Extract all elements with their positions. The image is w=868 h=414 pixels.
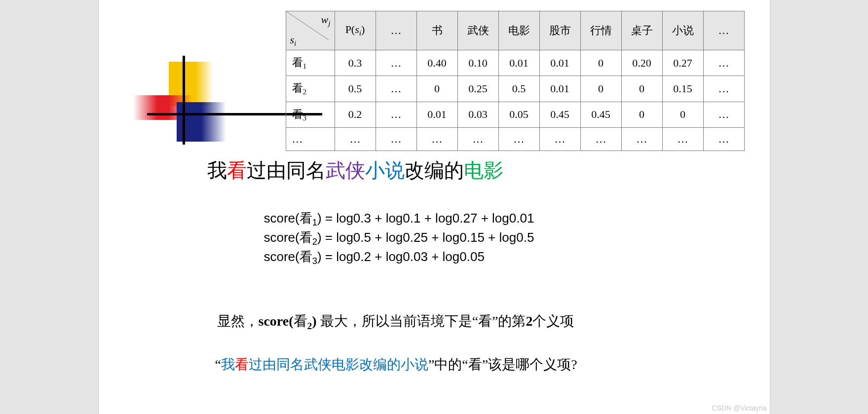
cell: 0.15 (662, 76, 703, 102)
table-row: 看2 0.5 … 0 0.25 0.5 0.01 0 0 0.15 … (286, 76, 744, 102)
cell: … (621, 128, 662, 151)
cell: 0 (621, 76, 662, 102)
cell: 0.27 (662, 50, 703, 76)
cell: 0.40 (416, 50, 457, 76)
cell: 0 (416, 76, 457, 102)
cell: … (376, 76, 416, 102)
cell: … (703, 76, 744, 102)
row-label: 看2 (286, 76, 335, 102)
sent-seg-kan: 看 (227, 159, 247, 182)
table-row: 看3 0.2 … 0.01 0.03 0.05 0.45 0.45 0 0 … (286, 102, 744, 127)
cell-p: … (335, 128, 376, 151)
header-col: 桌子 (621, 11, 662, 50)
cell: 0.25 (457, 76, 498, 102)
cell: 0.5 (498, 76, 539, 102)
header-col: 股市 (539, 11, 580, 50)
row-label: … (286, 128, 335, 151)
cell: … (703, 128, 744, 151)
cell: 0 (662, 102, 703, 127)
logo-mondrian (133, 62, 262, 151)
cell: … (703, 50, 744, 76)
cell: 0.10 (457, 50, 498, 76)
formula-row: score(看1) = log0.3 + log0.1 + log0.27 + … (264, 210, 534, 229)
cell: … (539, 128, 580, 151)
cell: … (416, 128, 457, 151)
cell: 0 (580, 76, 621, 102)
cell: 0.03 (457, 102, 498, 127)
sent-seg: 我 (207, 159, 227, 182)
header-col: 电影 (498, 11, 539, 50)
cell: 0.45 (539, 102, 580, 127)
cell: 0.01 (539, 50, 580, 76)
cell-p: 0.5 (335, 76, 376, 102)
question-line: “我看过由同名武侠电影改编的小说”中的“看”该是哪个义项? (215, 355, 577, 374)
cell-p: 0.2 (335, 102, 376, 127)
watermark: CSDN @Victayria (712, 404, 766, 412)
example-sentence: 我看过由同名武侠小说改编的电影 (207, 159, 503, 183)
table-row: … … … … … … … … … … … (286, 128, 744, 151)
header-col: 武侠 (457, 11, 498, 50)
formula-row: score(看2) = log0.5 + log0.25 + log0.15 +… (264, 229, 534, 248)
sent-seg-dianying: 电影 (464, 159, 503, 182)
header-col: 小说 (662, 11, 703, 50)
logo-vertical-line (183, 56, 185, 145)
sent-seg: 过由同名 (247, 159, 326, 182)
sent-seg: 改编的 (405, 159, 464, 182)
table-row: 看1 0.3 … 0.40 0.10 0.01 0.01 0 0.20 0.27… (286, 50, 744, 76)
cell: … (376, 102, 416, 127)
sent-seg-xiaoshuo: 小说 (365, 159, 405, 182)
cell: 0.01 (498, 50, 539, 76)
cell: 0.01 (539, 76, 580, 102)
row-label: 看3 (286, 102, 335, 127)
cell-p: 0.3 (335, 50, 376, 76)
slide: wj si P(si) … 书 武侠 电影 股市 行情 桌子 小说 … 看1 0… (99, 0, 770, 414)
cell: 0.01 (416, 102, 457, 127)
cell: … (376, 128, 416, 151)
cell: … (376, 50, 416, 76)
cell: … (580, 128, 621, 151)
score-formulas: score(看1) = log0.3 + log0.1 + log0.27 + … (264, 210, 534, 267)
cell: 0 (621, 102, 662, 127)
cell: … (703, 102, 744, 127)
cell: … (457, 128, 498, 151)
probability-table: wj si P(si) … 书 武侠 电影 股市 行情 桌子 小说 … 看1 0… (286, 11, 745, 151)
cell: … (498, 128, 539, 151)
conclusion-line: 显然，score(看2) 最大，所以当前语境下是“看”的第2个义项 (217, 311, 574, 333)
cell: 0.20 (621, 50, 662, 76)
header-dots: … (376, 11, 416, 50)
formula-row: score(看3) = log0.2 + log0.03 + log0.05 (264, 248, 534, 267)
table-header-row: wj si P(si) … 书 武侠 电影 股市 行情 桌子 小说 … (286, 11, 744, 50)
cell: … (662, 128, 703, 151)
header-col: … (703, 11, 744, 50)
row-label: 看1 (286, 50, 335, 76)
header-psi: P(si) (335, 11, 376, 50)
header-diag-cell: wj si (286, 11, 335, 50)
cell: 0 (580, 50, 621, 76)
sent-seg-wuxia: 武侠 (326, 159, 365, 182)
header-col: 书 (416, 11, 457, 50)
cell: 0.05 (498, 102, 539, 127)
header-col: 行情 (580, 11, 621, 50)
cell: 0.45 (580, 102, 621, 127)
